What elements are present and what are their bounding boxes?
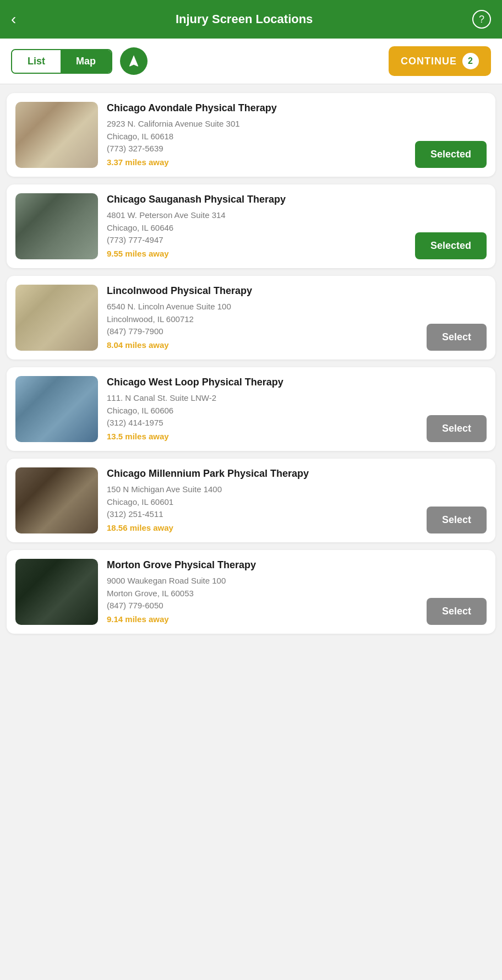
location-name: Chicago Avondale Physical Therapy: [107, 102, 406, 115]
location-image: [15, 102, 98, 168]
location-phone: (847) 779-6050: [107, 601, 418, 610]
location-image: [15, 467, 98, 533]
location-action: Select: [427, 324, 487, 351]
location-list: Chicago Avondale Physical Therapy 2923 N…: [0, 84, 502, 643]
location-name: Chicago Millennium Park Physical Therapy: [107, 467, 418, 480]
page-title: Injury Screen Locations: [16, 12, 472, 26]
list-item: Chicago West Loop Physical Therapy 111. …: [7, 367, 495, 451]
select-button[interactable]: Select: [427, 415, 487, 442]
continue-button[interactable]: CONTINUE 2: [389, 46, 491, 76]
select-button[interactable]: Selected: [415, 141, 487, 168]
location-address-line1: 111. N Canal St. Suite LNW-2: [107, 392, 418, 405]
location-distance: 18.56 miles away: [107, 523, 418, 532]
location-address-line1: 150 N Michigan Ave Suite 1400: [107, 483, 418, 496]
location-distance: 3.37 miles away: [107, 157, 406, 167]
location-info: Lincolnwood Physical Therapy 6540 N. Lin…: [107, 285, 418, 350]
select-button[interactable]: Select: [427, 507, 487, 533]
location-address-line2: Chicago, IL 60606: [107, 405, 418, 417]
location-action: Selected: [415, 232, 487, 259]
toolbar: List Map CONTINUE 2: [0, 39, 502, 84]
location-phone: (312) 251-4511: [107, 509, 418, 519]
list-item: Chicago Millennium Park Physical Therapy…: [7, 459, 495, 542]
location-address-line1: 4801 W. Peterson Ave Suite 314: [107, 209, 406, 222]
location-action: Select: [427, 507, 487, 533]
location-action: Selected: [415, 141, 487, 168]
location-name: Chicago West Loop Physical Therapy: [107, 376, 418, 389]
location-image: [15, 193, 98, 259]
view-tab-group: List Map: [11, 49, 112, 74]
location-phone: (773) 327-5639: [107, 144, 406, 153]
select-button[interactable]: Select: [427, 324, 487, 351]
location-action: Select: [427, 598, 487, 625]
location-image: [15, 285, 98, 351]
continue-count: 2: [462, 53, 479, 69]
location-address-line2: Chicago, IL 60601: [107, 496, 418, 509]
location-name: Chicago Sauganash Physical Therapy: [107, 193, 406, 206]
location-name: Lincolnwood Physical Therapy: [107, 285, 418, 297]
tab-map[interactable]: Map: [61, 50, 111, 73]
location-image: [15, 376, 98, 442]
help-button[interactable]: ?: [472, 10, 491, 29]
location-info: Chicago Sauganash Physical Therapy 4801 …: [107, 193, 406, 258]
location-address-line1: 9000 Waukegan Road Suite 100: [107, 575, 418, 587]
location-button[interactable]: [120, 47, 148, 75]
navigation-icon: [127, 54, 141, 68]
location-distance: 9.55 miles away: [107, 249, 406, 258]
location-info: Chicago West Loop Physical Therapy 111. …: [107, 376, 418, 441]
location-info: Chicago Millennium Park Physical Therapy…: [107, 467, 418, 532]
location-phone: (312) 414-1975: [107, 418, 418, 427]
location-address-line2: Morton Grove, IL 60053: [107, 587, 418, 600]
location-phone: (773) 777-4947: [107, 235, 406, 244]
location-address-line2: Chicago, IL 60646: [107, 222, 406, 235]
list-item: Chicago Sauganash Physical Therapy 4801 …: [7, 184, 495, 268]
list-item: Chicago Avondale Physical Therapy 2923 N…: [7, 93, 495, 177]
location-info: Morton Grove Physical Therapy 9000 Wauke…: [107, 559, 418, 624]
continue-label: CONTINUE: [401, 56, 457, 67]
location-image: [15, 559, 98, 625]
select-button[interactable]: Select: [427, 598, 487, 625]
location-phone: (847) 779-7900: [107, 326, 418, 336]
list-item: Lincolnwood Physical Therapy 6540 N. Lin…: [7, 276, 495, 360]
tab-list[interactable]: List: [12, 50, 61, 73]
list-item: Morton Grove Physical Therapy 9000 Wauke…: [7, 550, 495, 634]
location-info: Chicago Avondale Physical Therapy 2923 N…: [107, 102, 406, 167]
location-address-line2: Lincolnwood, IL 600712: [107, 313, 418, 326]
location-name: Morton Grove Physical Therapy: [107, 559, 418, 571]
location-distance: 8.04 miles away: [107, 340, 418, 350]
location-action: Select: [427, 415, 487, 442]
location-distance: 9.14 miles away: [107, 614, 418, 624]
location-address-line1: 2923 N. California Avenue Suite 301: [107, 118, 406, 130]
location-address-line2: Chicago, IL 60618: [107, 130, 406, 143]
back-button[interactable]: ‹: [11, 10, 16, 28]
select-button[interactable]: Selected: [415, 232, 487, 259]
header: ‹ Injury Screen Locations ?: [0, 0, 502, 39]
location-distance: 13.5 miles away: [107, 432, 418, 441]
location-address-line1: 6540 N. Lincoln Avenue Suite 100: [107, 301, 418, 313]
